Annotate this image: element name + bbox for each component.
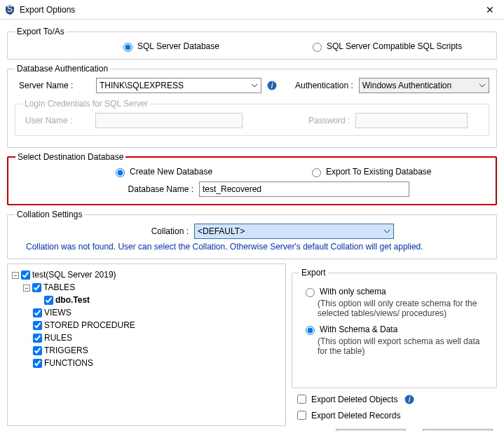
chk-deleted-objects-label: Export Deleted Objects [311,395,397,404]
export-mode-legend: Export [299,268,328,278]
auth-mode-select[interactable] [359,78,489,93]
info-icon[interactable]: i [404,395,414,404]
svg-text:i: i [409,395,411,404]
destination-legend: Select Destination Database [15,152,125,162]
export-to-legend: Export To/As [15,27,67,36]
radio-schema-only-label: With only schema [320,287,386,296]
schema-only-desc: (This option will only create schema for… [299,299,489,318]
chk-deleted-records-label: Export Deleted Records [311,411,400,420]
tree-rules: RULES [44,333,72,343]
password-label: Password : [308,116,350,125]
radio-sql-server-db-label: SQL Server Database [137,41,219,51]
tree-collapse-icon[interactable]: − [12,272,19,279]
tree-views: VIEWS [44,308,71,317]
radio-existing-db[interactable] [312,168,321,177]
radio-sql-scripts-label: SQL Server Compatible SQL Scripts [327,41,462,51]
radio-schema-data[interactable] [306,326,315,335]
info-icon[interactable]: i [267,81,277,90]
radio-sql-scripts[interactable] [313,43,322,52]
auth-legend: Database Authentication [15,64,110,74]
tree-dbotest: dbo.Test [55,295,90,305]
radio-existing-db-label: Export To Existing Database [326,167,432,177]
object-tree[interactable]: −test(SQL Server 2019) −TABLES dbo.Test … [7,264,286,426]
auth-mode-dropdown-icon[interactable] [477,81,487,90]
server-name-label: Server Name : [15,81,90,90]
auth-mode-label: Authentication : [295,81,353,90]
tree-triggers: TRIGGERS [44,346,88,355]
collation-value: <DEFAULT> [198,226,245,236]
login-group: Login Credentials for SQL Server User Na… [15,99,489,136]
chk-deleted-records[interactable] [297,411,306,420]
radio-create-new-db-label: Create New Database [130,167,212,177]
app-icon: S [4,4,15,15]
radio-create-new-db[interactable] [116,168,125,177]
chk-deleted-objects[interactable] [297,395,306,404]
svg-text:S: S [7,4,13,14]
db-name-input[interactable] [199,182,409,197]
tree-views-chk[interactable] [33,308,42,317]
collation-note: Collation was not found. User can select… [15,239,489,252]
collation-label: Collation : [15,226,189,236]
close-button[interactable]: ✕ [480,4,500,15]
export-to-group: Export To/As SQL Server Database SQL Ser… [7,27,497,60]
tree-sp: STORED PROCEDURE [44,320,135,330]
tree-tables: TABLES [43,282,75,292]
tree-rules-chk[interactable] [33,334,42,343]
tree-root: test(SQL Server 2019) [32,270,116,280]
server-name-dropdown-icon[interactable] [250,81,259,90]
destination-group: Select Destination Database Create New D… [7,152,497,205]
radio-sql-server-db[interactable] [123,43,132,52]
radio-schema-data-label: With Schema & Data [320,324,397,334]
collation-group: Collation Settings Collation : <DEFAULT>… [7,210,497,259]
window-title: Export Options [20,5,480,15]
auth-group: Database Authentication Server Name : i … [7,64,497,148]
radio-schema-only[interactable] [306,288,315,297]
db-name-label: Database Name : [15,184,193,194]
tree-triggers-chk[interactable] [33,346,42,355]
schema-data-desc: (This option will export schema as well … [299,336,489,356]
collation-select[interactable]: <DEFAULT> [194,224,394,239]
tree-dbotest-chk[interactable] [44,296,53,305]
tree-sp-chk[interactable] [33,321,42,330]
tree-collapse-icon[interactable]: − [23,285,30,292]
collation-legend: Collation Settings [15,210,84,219]
tree-functions: FUNCTIONS [44,358,93,368]
tree-root-chk[interactable] [21,271,30,280]
login-legend: Login Credentials for SQL Server [22,99,150,109]
tree-tables-chk[interactable] [32,283,41,292]
username-label: User Name : [22,116,90,125]
password-input [355,113,468,128]
export-mode-group: Export With only schema (This option wil… [292,268,497,388]
server-name-input[interactable] [96,78,261,93]
username-input [95,113,243,128]
svg-text:i: i [271,81,273,90]
tree-functions-chk[interactable] [33,359,42,368]
chevron-down-icon [383,228,390,235]
